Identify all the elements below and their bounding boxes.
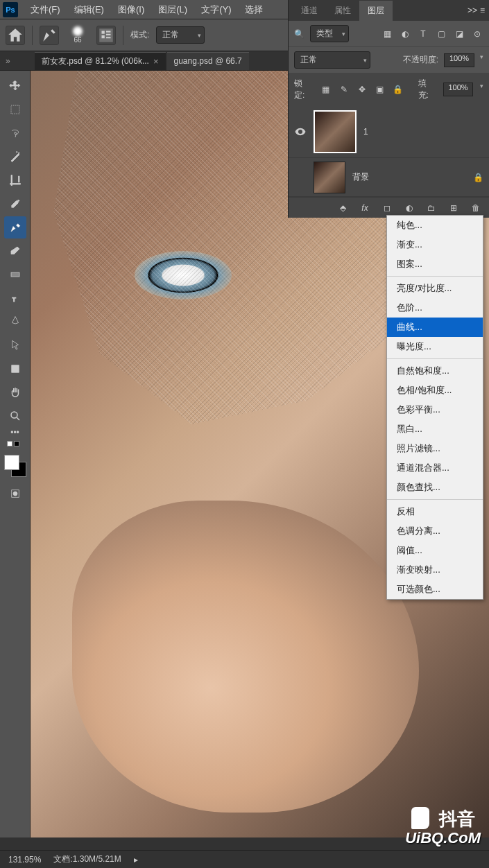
menu-item[interactable]: 色彩平衡... xyxy=(387,400,483,419)
tab-properties[interactable]: 属性 xyxy=(326,1,359,21)
move-tool[interactable] xyxy=(4,75,26,97)
layer-name[interactable]: 背景 xyxy=(352,171,369,183)
svg-rect-0 xyxy=(11,105,19,114)
menu-item[interactable]: 色相/饱和度... xyxy=(387,381,483,400)
lock-pos-icon[interactable]: ✥ xyxy=(356,83,368,96)
menu-item[interactable]: 照片滤镜... xyxy=(387,439,483,458)
layer-thumbnail[interactable] xyxy=(314,110,357,153)
menu-image[interactable]: 图像(I) xyxy=(111,1,151,19)
layer-item[interactable]: 1 xyxy=(289,105,489,158)
shape-tool[interactable] xyxy=(4,358,26,380)
quickmask-tool[interactable] xyxy=(4,483,26,505)
uibq-watermark: UiBQ.CoM xyxy=(405,829,481,847)
lock-paint-icon[interactable]: ✎ xyxy=(338,83,350,96)
mask-icon[interactable]: ◻ xyxy=(381,202,393,214)
home-icon[interactable] xyxy=(6,26,25,45)
filter-adjust-icon[interactable]: ◐ xyxy=(399,28,411,40)
layer-thumbnail[interactable] xyxy=(314,162,345,193)
blend-mode-dropdown[interactable]: 正常▾ xyxy=(156,26,205,44)
link-icon[interactable]: ⬘ xyxy=(336,202,349,214)
panel-toggle-icon[interactable]: » xyxy=(6,56,10,66)
marquee-tool[interactable] xyxy=(4,98,26,121)
menu-item[interactable]: 亮度/对比度... xyxy=(387,279,483,298)
menu-item[interactable]: 渐变映射... xyxy=(387,560,483,580)
tool-preset-icon[interactable] xyxy=(40,26,59,45)
color-swatch[interactable] xyxy=(4,455,26,477)
menu-item[interactable]: 色阶... xyxy=(387,298,483,318)
menu-item[interactable]: 阈值... xyxy=(387,541,483,560)
tab-channels[interactable]: 通道 xyxy=(293,1,326,21)
zoom-tool[interactable] xyxy=(4,405,26,427)
menu-layer[interactable]: 图层(L) xyxy=(151,1,194,19)
separator xyxy=(387,358,483,359)
menu-item[interactable]: 曝光度... xyxy=(387,337,483,356)
menu-select[interactable]: 选择 xyxy=(238,1,270,19)
menu-item[interactable]: 颜色查找... xyxy=(387,478,483,497)
menu-item[interactable]: 渐变... xyxy=(387,235,483,254)
brush-settings-icon[interactable] xyxy=(96,26,116,45)
menu-type[interactable]: 文字(Y) xyxy=(194,1,238,19)
lock-artboard-icon[interactable]: ▣ xyxy=(374,83,386,96)
delete-icon[interactable]: 🗑 xyxy=(470,202,482,214)
gradient-tool[interactable] xyxy=(4,263,26,286)
eraser-tool[interactable] xyxy=(4,240,26,262)
lock-trans-icon[interactable]: ▦ xyxy=(320,83,332,96)
crop-tool[interactable] xyxy=(4,169,26,191)
brush-preview[interactable]: 66 xyxy=(66,24,89,47)
filter-type-dropdown[interactable]: 类型▾ xyxy=(310,25,349,42)
menu-item[interactable]: 图案... xyxy=(387,254,483,274)
separator xyxy=(387,499,483,500)
group-icon[interactable]: 🗀 xyxy=(425,202,438,214)
new-layer-icon[interactable]: ⊞ xyxy=(447,202,460,214)
filter-smart-icon[interactable]: ◪ xyxy=(453,28,465,40)
layer-blend-dropdown[interactable]: 正常▾ xyxy=(294,51,370,69)
swap-colors-icon[interactable] xyxy=(7,441,24,449)
tab-layers[interactable]: 图层 xyxy=(359,1,393,21)
app-logo: Ps xyxy=(3,2,18,17)
menu-item[interactable]: 黑白... xyxy=(387,419,483,439)
svg-rect-3 xyxy=(11,272,19,277)
search-icon[interactable]: 🔍 xyxy=(294,29,304,39)
filter-pixel-icon[interactable]: ▦ xyxy=(381,28,393,40)
menu-item[interactable]: 曲线... xyxy=(387,318,483,337)
menu-item[interactable]: 反相 xyxy=(387,502,483,521)
menu-item[interactable]: 可选颜色... xyxy=(387,580,483,599)
hand-tool[interactable] xyxy=(4,381,26,403)
filter-type-icon[interactable]: T xyxy=(417,28,429,40)
brush-tool[interactable] xyxy=(4,216,26,238)
path-select-tool[interactable] xyxy=(4,334,26,356)
panel-menu-icon[interactable]: ≡ xyxy=(480,6,485,15)
type-tool[interactable]: T xyxy=(4,287,26,309)
svg-rect-5 xyxy=(11,365,19,373)
filter-shape-icon[interactable]: ▢ xyxy=(435,28,447,40)
eyedropper-tool[interactable] xyxy=(4,193,26,215)
adjustment-icon[interactable]: ◐ xyxy=(403,202,415,214)
more-tools[interactable]: ••• xyxy=(4,428,26,437)
wand-tool[interactable] xyxy=(4,146,26,168)
menu-item[interactable]: 通道混合器... xyxy=(387,458,483,478)
tab-document-2[interactable]: guang.psd @ 66.7 xyxy=(167,52,249,70)
svg-point-8 xyxy=(13,492,17,496)
fill-input[interactable]: 100% xyxy=(443,83,473,96)
menu-file[interactable]: 文件(F) xyxy=(24,1,67,19)
lock-all-icon[interactable]: 🔒 xyxy=(392,83,404,96)
opacity-input[interactable]: 100% xyxy=(444,53,474,67)
tab-document-1[interactable]: 前女友.psd @ 81.2% (006k... × xyxy=(35,52,166,70)
lasso-tool[interactable] xyxy=(4,122,26,144)
layer-name[interactable]: 1 xyxy=(363,127,368,137)
pen-tool[interactable] xyxy=(4,311,26,333)
visibility-icon[interactable] xyxy=(294,171,307,184)
chevron-right-icon[interactable]: ▸ xyxy=(134,855,138,865)
fx-icon[interactable]: fx xyxy=(359,202,371,214)
filter-toggle-icon[interactable]: ⊙ xyxy=(471,28,483,40)
close-icon[interactable]: × xyxy=(153,56,159,67)
layer-item[interactable]: 背景 🔒 xyxy=(289,158,489,197)
zoom-value[interactable]: 131.95% xyxy=(8,855,41,865)
menu-edit[interactable]: 编辑(E) xyxy=(67,1,111,19)
menu-item[interactable]: 纯色... xyxy=(387,216,483,235)
visibility-icon[interactable] xyxy=(294,125,307,138)
menu-item[interactable]: 自然饱和度... xyxy=(387,361,483,381)
foreground-color[interactable] xyxy=(4,455,19,470)
menu-item[interactable]: 色调分离... xyxy=(387,521,483,541)
expand-icon[interactable]: >> xyxy=(467,6,477,15)
